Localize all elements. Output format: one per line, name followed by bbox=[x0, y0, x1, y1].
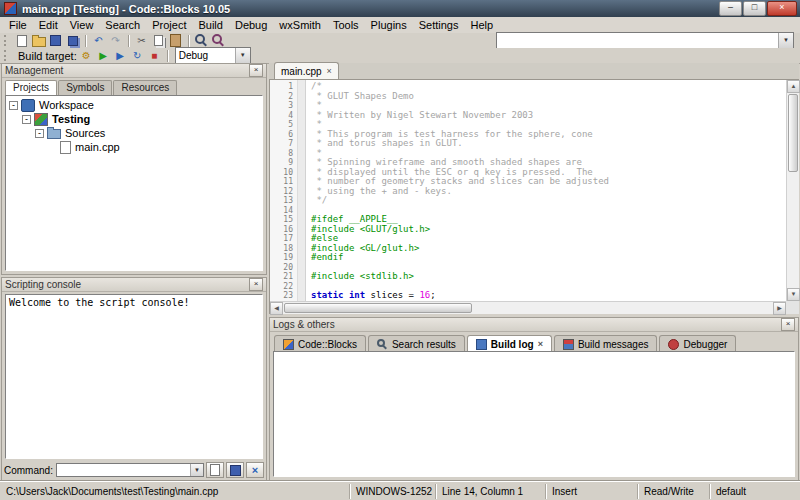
project-tree[interactable]: -Workspace-Testing-Sourcesmain.cpp bbox=[5, 95, 263, 271]
line-number: 11 bbox=[270, 177, 297, 187]
line-number: 12 bbox=[270, 187, 297, 197]
logs-tab-debugger[interactable]: Debugger bbox=[659, 335, 736, 352]
build-target-combo[interactable]: Debug ▼ bbox=[175, 47, 251, 64]
scroll-up-icon[interactable]: ▲ bbox=[787, 80, 800, 93]
minimize-button[interactable]: – bbox=[719, 1, 742, 16]
cut-button[interactable]: ✂ bbox=[134, 34, 149, 47]
tree-item-workspace[interactable]: -Workspace bbox=[6, 98, 262, 112]
compile-button[interactable]: ⚙ bbox=[79, 49, 94, 62]
menu-item-debug[interactable]: Debug bbox=[229, 18, 273, 32]
console-clear-button[interactable]: × bbox=[246, 462, 264, 478]
menu-item-search[interactable]: Search bbox=[99, 18, 146, 32]
command-label: Command: bbox=[4, 465, 54, 476]
menu-item-tools[interactable]: Tools bbox=[327, 18, 365, 32]
line-number: 15 bbox=[270, 215, 297, 225]
close-panel-icon[interactable]: × bbox=[249, 64, 263, 77]
menu-item-settings[interactable]: Settings bbox=[413, 18, 465, 32]
new-file-icon bbox=[17, 35, 27, 47]
run-button[interactable]: ▶ bbox=[96, 49, 111, 62]
code-line[interactable]: 23static int slices = 16; bbox=[270, 291, 786, 301]
scroll-left-icon[interactable]: ◀ bbox=[270, 302, 283, 315]
rebuild-button[interactable]: ↻ bbox=[130, 49, 145, 62]
code-line[interactable]: 2 * GLUT Shapes Demo bbox=[270, 92, 786, 102]
clear-icon: × bbox=[252, 465, 258, 476]
code-line[interactable]: 16#include <GLUT/glut.h> bbox=[270, 225, 786, 235]
title-bar: main.cpp [Testing] - Code::Blocks 10.05 … bbox=[0, 0, 800, 17]
tree-item-sources[interactable]: -Sources bbox=[6, 126, 262, 140]
menu-item-wxsmith[interactable]: wxSmith bbox=[273, 18, 327, 32]
status-file-path: C:\Users\Jack\Documents\test\Testing\mai… bbox=[0, 484, 350, 499]
menu-item-plugins[interactable]: Plugins bbox=[365, 18, 413, 32]
code-line[interactable]: 21#include <stdlib.h> bbox=[270, 272, 786, 282]
console-save-button[interactable] bbox=[226, 462, 244, 478]
open-file-button[interactable] bbox=[31, 34, 46, 47]
logs-tab-code-blocks[interactable]: Code::Blocks bbox=[274, 335, 366, 352]
expander-icon[interactable]: - bbox=[35, 129, 44, 138]
close-panel-icon[interactable]: × bbox=[781, 318, 795, 331]
expander-icon[interactable]: - bbox=[9, 101, 18, 110]
close-tab-icon[interactable]: × bbox=[538, 340, 543, 349]
undo-button[interactable]: ↶ bbox=[91, 34, 106, 47]
vertical-scrollbar[interactable]: ▲ ▼ bbox=[786, 80, 799, 301]
menu-item-help[interactable]: Help bbox=[464, 18, 499, 32]
code-line[interactable]: 12 * using the + and - keys. bbox=[270, 187, 786, 197]
replace-button[interactable] bbox=[211, 34, 226, 47]
toolbar-grip[interactable] bbox=[4, 35, 9, 46]
scrollbar-thumb[interactable] bbox=[284, 303, 472, 313]
code-line[interactable]: 18#include <GL/glut.h> bbox=[270, 244, 786, 254]
close-tab-icon[interactable]: × bbox=[327, 67, 332, 76]
new-file-button[interactable] bbox=[14, 34, 29, 47]
code-area[interactable]: 1/*2 * GLUT Shapes Demo3 *4 * Written by… bbox=[270, 82, 786, 301]
close-button[interactable]: × bbox=[767, 1, 797, 16]
status-bar: C:\Users\Jack\Documents\test\Testing\mai… bbox=[0, 481, 800, 500]
dropdown-arrow-icon[interactable]: ▼ bbox=[235, 48, 250, 63]
tab-projects[interactable]: Projects bbox=[5, 80, 57, 95]
logs-tab-search-results[interactable]: Search results bbox=[368, 335, 465, 352]
build-and-run-button[interactable]: ▶ bbox=[113, 49, 128, 62]
code-line[interactable]: 19#endif bbox=[270, 253, 786, 263]
scroll-right-icon[interactable]: ▶ bbox=[773, 302, 786, 315]
build-log-icon bbox=[476, 339, 487, 350]
menu-item-build[interactable]: Build bbox=[192, 18, 228, 32]
scroll-down-icon[interactable]: ▼ bbox=[787, 288, 800, 301]
menu-item-view[interactable]: View bbox=[64, 18, 100, 32]
paste-icon bbox=[170, 34, 181, 47]
tab-resources[interactable]: Resources bbox=[113, 80, 177, 95]
find-button[interactable] bbox=[194, 34, 209, 47]
menu-item-project[interactable]: Project bbox=[146, 18, 192, 32]
menu-item-file[interactable]: File bbox=[3, 18, 33, 32]
build-target-label: Build target: bbox=[18, 50, 77, 62]
code-completion-combo[interactable]: ▼ bbox=[496, 32, 794, 49]
command-input[interactable]: ▼ bbox=[56, 463, 204, 477]
code-line[interactable]: 13 */ bbox=[270, 196, 786, 206]
abort-button[interactable]: ■ bbox=[147, 49, 162, 62]
dropdown-arrow-icon[interactable]: ▼ bbox=[778, 33, 793, 48]
tab-symbols[interactable]: Symbols bbox=[58, 80, 112, 95]
save-all-button[interactable] bbox=[65, 34, 80, 47]
editor[interactable]: 1/*2 * GLUT Shapes Demo3 *4 * Written by… bbox=[269, 80, 799, 314]
save-button[interactable] bbox=[48, 34, 63, 47]
code-line[interactable]: 7 * and torus shapes in GLUT. bbox=[270, 139, 786, 149]
logs-tab-build-log[interactable]: Build log× bbox=[467, 335, 552, 352]
dropdown-arrow-icon[interactable]: ▼ bbox=[190, 464, 203, 476]
logs-tab-build-messages[interactable]: Build messages bbox=[554, 335, 658, 352]
copy-button[interactable] bbox=[151, 34, 166, 47]
horizontal-scrollbar[interactable]: ◀ ▶ bbox=[270, 301, 786, 314]
line-number: 13 bbox=[270, 196, 297, 206]
copy-icon bbox=[154, 35, 163, 46]
line-number: 18 bbox=[270, 244, 297, 254]
menu-item-edit[interactable]: Edit bbox=[33, 18, 64, 32]
tree-item-main-cpp[interactable]: main.cpp bbox=[6, 140, 262, 154]
toolbar-grip[interactable] bbox=[4, 50, 9, 61]
console-load-button[interactable] bbox=[206, 462, 224, 478]
scrollbar-thumb[interactable] bbox=[788, 94, 798, 172]
maximize-button[interactable]: □ bbox=[743, 1, 766, 16]
expander-icon[interactable]: - bbox=[22, 115, 31, 124]
close-panel-icon[interactable]: × bbox=[249, 278, 263, 291]
paste-button[interactable] bbox=[168, 34, 183, 47]
logs-title: Logs & others bbox=[273, 319, 335, 330]
editor-tab-main-cpp[interactable]: main.cpp × bbox=[274, 62, 339, 79]
code-line[interactable]: 4 * Written by Nigel Stewart November 20… bbox=[270, 111, 786, 121]
redo-button[interactable]: ↷ bbox=[108, 34, 123, 47]
tree-item-testing[interactable]: -Testing bbox=[6, 112, 262, 126]
